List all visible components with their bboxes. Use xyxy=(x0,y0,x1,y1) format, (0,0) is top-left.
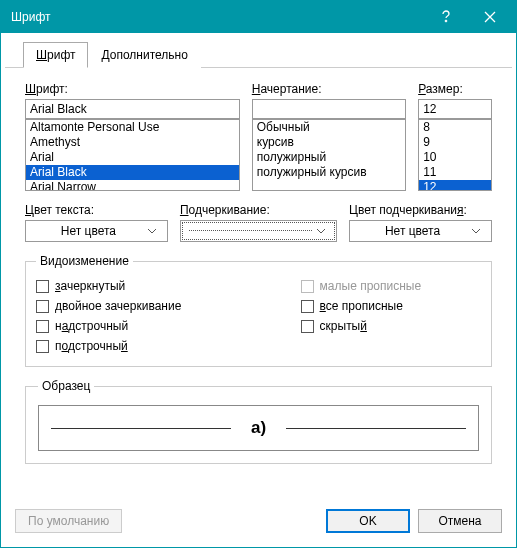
close-button[interactable] xyxy=(468,1,512,33)
list-item[interactable]: полужирный курсив xyxy=(253,165,405,180)
tab-font-label: рифт xyxy=(47,48,75,62)
titlebar: Шрифт xyxy=(1,1,516,33)
tab-font[interactable]: Шрифт xyxy=(23,42,88,68)
tab-advanced-label: Дополнительно xyxy=(101,48,187,62)
font-label: Шрифт: xyxy=(25,82,240,96)
size-input[interactable] xyxy=(418,99,492,119)
tabs: Шрифт Дополнительно xyxy=(5,35,512,68)
font-listbox[interactable]: Altamonte Personal UseAmethystArialArial… xyxy=(25,119,240,191)
checkbox-super[interactable]: надстрочный xyxy=(36,319,289,333)
list-item[interactable]: полужирный xyxy=(253,150,405,165)
checkbox-icon xyxy=(301,300,314,313)
underline-label: Подчеркивание: xyxy=(180,203,337,217)
list-item[interactable]: Amethyst xyxy=(26,135,239,150)
style-listbox[interactable]: Обычныйкурсивполужирныйполужирный курсив xyxy=(252,119,406,191)
preview-group: Образец a) xyxy=(25,379,492,464)
button-ok[interactable]: OK xyxy=(326,509,410,533)
list-item[interactable]: 10 xyxy=(419,150,491,165)
list-item[interactable]: Arial Black xyxy=(26,165,239,180)
tab-advanced[interactable]: Дополнительно xyxy=(88,42,200,68)
checkbox-icon xyxy=(301,280,314,293)
checkbox-allcaps[interactable]: все прописные xyxy=(301,299,481,313)
checkbox-icon xyxy=(36,340,49,353)
checkbox-strike[interactable]: зачеркнутый xyxy=(36,279,289,293)
list-item[interactable]: Обычный xyxy=(253,120,405,135)
effects-legend: Видоизменение xyxy=(36,254,133,268)
preview-box: a) xyxy=(38,405,479,451)
underline-color-label: Цвет подчеркивания: xyxy=(349,203,492,217)
style-input[interactable] xyxy=(252,99,406,119)
svg-point-0 xyxy=(445,20,447,22)
style-label: Начертание: xyxy=(252,82,406,96)
list-item[interactable]: 12 xyxy=(419,180,491,191)
checkbox-smallcaps: малые прописные xyxy=(301,279,481,293)
preview-legend: Образец xyxy=(38,379,94,393)
effects-group: Видоизменение зачеркнутый двойное зачерк… xyxy=(25,254,492,367)
chevron-down-icon xyxy=(471,228,487,234)
checkbox-icon xyxy=(301,320,314,333)
chevron-down-icon xyxy=(147,228,163,234)
chevron-down-icon xyxy=(316,228,332,234)
font-color-label: Цвет текста: xyxy=(25,203,168,217)
list-item[interactable]: курсив xyxy=(253,135,405,150)
checkbox-icon xyxy=(36,320,49,333)
checkbox-icon xyxy=(36,280,49,293)
button-cancel[interactable]: Отмена xyxy=(418,509,502,533)
list-item[interactable]: Arial xyxy=(26,150,239,165)
list-item[interactable]: Arial Narrow xyxy=(26,180,239,191)
underline-combo[interactable] xyxy=(180,220,337,242)
button-default: По умолчанию xyxy=(15,509,122,533)
checkbox-dstrike[interactable]: двойное зачеркивание xyxy=(36,299,289,313)
list-item[interactable]: Altamonte Personal Use xyxy=(26,120,239,135)
preview-text: a) xyxy=(243,418,274,438)
font-dialog: Шрифт Шрифт Дополнительно Шрифт: Altamon… xyxy=(0,0,517,548)
size-label: Размер: xyxy=(418,82,492,96)
checkbox-icon xyxy=(36,300,49,313)
underline-swatch xyxy=(189,230,312,232)
content: Шрифт: Altamonte Personal UseAmethystAri… xyxy=(1,68,516,499)
footer: По умолчанию OK Отмена xyxy=(1,499,516,547)
help-button[interactable] xyxy=(424,1,468,33)
checkbox-sub[interactable]: подстрочный xyxy=(36,339,289,353)
size-listbox[interactable]: 89101112 xyxy=(418,119,492,191)
font-input[interactable] xyxy=(25,99,240,119)
font-color-combo[interactable]: Нет цвета xyxy=(25,220,168,242)
window-title: Шрифт xyxy=(11,10,424,24)
checkbox-hidden[interactable]: скрытый xyxy=(301,319,481,333)
list-item[interactable]: 9 xyxy=(419,135,491,150)
list-item[interactable]: 11 xyxy=(419,165,491,180)
underline-color-combo[interactable]: Нет цвета xyxy=(349,220,492,242)
list-item[interactable]: 8 xyxy=(419,120,491,135)
